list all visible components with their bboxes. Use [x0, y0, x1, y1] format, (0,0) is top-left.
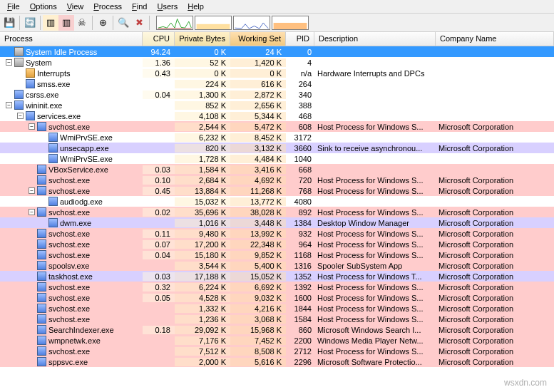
cell-company: Microsoft Corporation — [436, 315, 554, 324]
process-tree[interactable]: System Idle Process94.240 K24 K0−System1… — [0, 46, 554, 391]
menu-process[interactable]: Process — [89, 1, 126, 12]
cell-pid: 860 — [286, 326, 314, 334]
dll-icon[interactable]: ✖ — [131, 15, 147, 31]
process-name: VBoxService.exe — [48, 165, 108, 174]
target-icon[interactable]: ⊕ — [95, 15, 111, 31]
cell-pid: 1040 — [286, 155, 314, 163]
menu-find[interactable]: Find — [128, 1, 151, 12]
col-description[interactable]: Description — [314, 32, 436, 46]
process-row[interactable]: spoolsv.exe3,544 K5,400 K1316Spooler Sub… — [0, 260, 554, 271]
menu-users[interactable]: Users — [153, 1, 183, 12]
cell-description: Spooler SubSystem App — [314, 262, 436, 270]
process-row[interactable]: svchost.exe0.0717,200 K22,348 K964Host P… — [0, 239, 554, 249]
save-icon[interactable]: 💾 — [1, 15, 17, 31]
process-row[interactable]: −svchost.exe2,544 K5,472 K608Host Proces… — [0, 121, 554, 132]
menu-file[interactable]: File — [3, 1, 24, 12]
system-info-icon[interactable]: ▥ — [43, 15, 58, 31]
cell-company: Microsoft Corporation — [436, 294, 554, 302]
process-row[interactable]: sppsvc.exe2,000 K5,616 K2296Microsoft So… — [0, 356, 554, 367]
process-row[interactable]: wmpnetwk.exe7,176 K7,452 K2200Windows Me… — [0, 335, 554, 346]
menu-help[interactable]: Help — [183, 1, 208, 12]
col-cpu[interactable]: CPU — [143, 32, 175, 46]
process-icon — [14, 58, 24, 67]
io-graph[interactable] — [233, 16, 270, 30]
process-row[interactable]: unsecapp.exe820 K3,132 K3660Sink to rece… — [0, 143, 554, 153]
process-row[interactable]: csrss.exe0.041,300 K2,872 K340 — [0, 89, 554, 100]
cell-pid: 4 — [286, 58, 314, 67]
process-name: svchost.exe — [48, 283, 90, 292]
process-row[interactable]: svchost.exe7,512 K8,508 K2712Host Proces… — [0, 346, 554, 356]
col-pid[interactable]: PID — [286, 32, 314, 46]
cell-cpu: 0.04 — [143, 251, 175, 259]
process-row[interactable]: −System1.3652 K1,420 K4 — [0, 57, 554, 68]
process-row[interactable]: −svchost.exe0.0235,696 K38,028 K892Host … — [0, 207, 554, 217]
process-name: wmpnetwk.exe — [48, 336, 101, 345]
refresh-icon[interactable]: 🔄 — [22, 15, 38, 31]
process-row[interactable]: −services.exe4,108 K5,344 K468 — [0, 110, 554, 121]
col-private-bytes[interactable]: Private Bytes — [175, 32, 230, 46]
cell-working-set: 616 K — [230, 80, 286, 88]
col-company[interactable]: Company Name — [436, 32, 554, 46]
cell-cpu: 0.32 — [143, 283, 175, 292]
process-row[interactable]: svchost.exe0.326,224 K6,692 K1392Host Pr… — [0, 282, 554, 292]
process-row[interactable]: −wininit.exe852 K2,656 K388 — [0, 100, 554, 110]
commit-graph[interactable] — [195, 16, 232, 30]
cell-description: Host Process for Windows S... — [314, 123, 436, 131]
process-row[interactable]: svchost.exe0.054,528 K9,032 K1600Host Pr… — [0, 292, 554, 303]
find-icon[interactable]: 🔍 — [116, 15, 131, 31]
cell-working-set: 5,344 K — [230, 112, 286, 120]
process-row[interactable]: VBoxService.exe0.031,584 K3,416 K668 — [0, 164, 554, 175]
process-icon — [14, 100, 24, 110]
physmem-graph[interactable] — [272, 16, 309, 30]
cell-company: Microsoft Corporation — [436, 272, 554, 281]
cell-private-bytes: 0 K — [175, 69, 230, 78]
cell-cpu: 0.03 — [143, 272, 175, 281]
kill-icon[interactable]: ☠ — [74, 15, 90, 31]
process-name: svchost.exe — [48, 347, 90, 356]
cpu-graph[interactable] — [156, 16, 193, 30]
process-row[interactable]: dwm.exe1,016 K3,448 K1384Desktop Window … — [0, 217, 554, 228]
process-icon — [37, 282, 46, 292]
process-icon — [37, 325, 46, 334]
process-row[interactable]: SearchIndexer.exe0.1829,092 K15,968 K860… — [0, 324, 554, 335]
cell-private-bytes: 224 K — [175, 80, 230, 88]
process-row[interactable]: svchost.exe0.0415,180 K9,852 K1168Host P… — [0, 249, 554, 260]
tree-toggle[interactable]: − — [29, 123, 35, 130]
process-row[interactable]: svchost.exe1,236 K3,068 K1584Host Proces… — [0, 314, 554, 324]
process-row[interactable]: svchost.exe1,332 K4,216 K1844Host Proces… — [0, 303, 554, 314]
cell-pid: 892 — [286, 208, 314, 217]
cell-pid: 3172 — [286, 133, 314, 142]
process-row[interactable]: WmiPrvSE.exe1,728 K4,484 K1040 — [0, 153, 554, 164]
tree-toggle[interactable]: − — [6, 102, 12, 108]
cell-private-bytes: 2,000 K — [175, 358, 230, 366]
process-row[interactable]: −svchost.exe0.4513,884 K11,268 K768Host … — [0, 185, 554, 196]
process-row[interactable]: audiodg.exe15,032 K13,772 K4080 — [0, 196, 554, 207]
cell-private-bytes: 4,528 K — [175, 294, 230, 302]
process-row[interactable]: smss.exe224 K616 K264 — [0, 78, 554, 89]
col-process[interactable]: Process — [0, 32, 143, 46]
tree-toggle[interactable]: − — [29, 209, 35, 215]
process-icon — [48, 133, 58, 142]
process-name: taskhost.exe — [48, 272, 93, 281]
process-icon — [37, 336, 46, 345]
process-row[interactable]: svchost.exe0.119,480 K13,992 K932Host Pr… — [0, 228, 554, 239]
tree-toggle[interactable]: − — [29, 187, 35, 194]
process-row[interactable]: taskhost.exe0.0317,188 K15,052 K1352Host… — [0, 271, 554, 282]
process-icon — [37, 272, 46, 281]
proc-props-icon[interactable]: ▥ — [58, 15, 74, 31]
cell-private-bytes: 3,544 K — [175, 262, 230, 270]
process-row[interactable]: WmiPrvSE.exe6,232 K8,452 K3172 — [0, 132, 554, 143]
process-row[interactable]: Interrupts0.430 K0 Kn/aHardware Interrup… — [0, 68, 554, 78]
svg-rect-1 — [274, 23, 307, 29]
col-working-set[interactable]: Working Set — [230, 32, 286, 46]
menu-options[interactable]: Options — [26, 1, 61, 12]
process-icon — [37, 239, 46, 249]
tree-toggle[interactable]: − — [6, 59, 12, 66]
process-row[interactable]: svchost.exe0.102,684 K4,692 K720Host Pro… — [0, 175, 554, 185]
cell-description: Host Process for Windows S... — [314, 176, 436, 185]
process-row[interactable]: System Idle Process94.240 K24 K0 — [0, 46, 554, 57]
cell-private-bytes: 1,300 K — [175, 91, 230, 99]
tree-toggle[interactable]: − — [17, 113, 24, 119]
menu-view[interactable]: View — [63, 1, 88, 12]
cell-private-bytes: 17,188 K — [175, 272, 230, 281]
